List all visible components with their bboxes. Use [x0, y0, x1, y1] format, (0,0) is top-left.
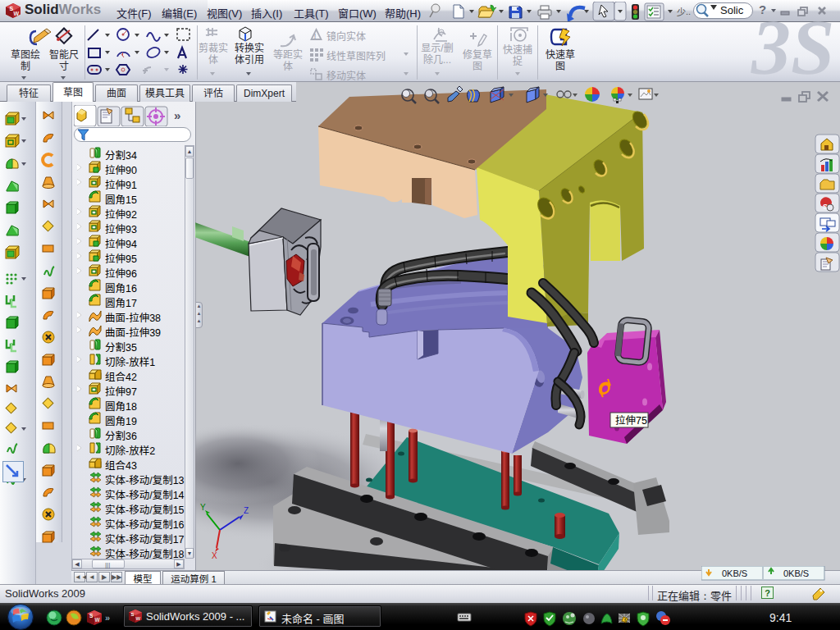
svg-text:W: W: [136, 616, 141, 621]
svg-text:X: X: [212, 551, 217, 560]
svg-text:拉伸75: 拉伸75: [615, 414, 647, 427]
svg-text:!: !: [624, 618, 626, 623]
svg-text:W: W: [95, 617, 101, 623]
svg-text:!: !: [314, 32, 317, 40]
svg-text:S: S: [89, 613, 94, 619]
svg-text:»: »: [105, 613, 110, 623]
svg-text:W: W: [14, 11, 20, 16]
svg-text:Z: Z: [244, 506, 249, 515]
svg-text:0KB/S: 0KB/S: [783, 568, 809, 578]
svg-text:Y: Y: [200, 503, 206, 512]
svg-text:S: S: [131, 612, 135, 617]
svg-text:0KB/S: 0KB/S: [722, 568, 747, 578]
svg-text:少..: 少..: [677, 7, 691, 16]
